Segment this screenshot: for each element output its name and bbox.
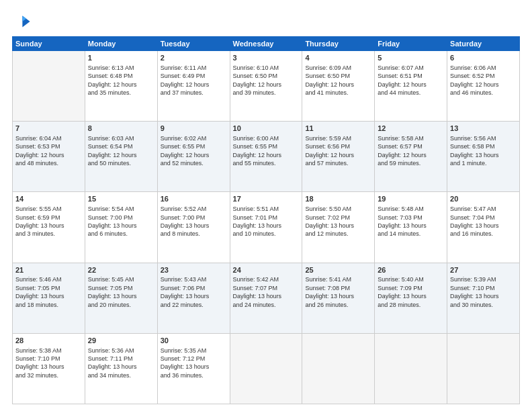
day-info: Sunrise: 6:02 AM Sunset: 6:55 PM Dayligh… — [161, 135, 210, 167]
day-cell: 1Sunrise: 6:13 AM Sunset: 6:48 PM Daylig… — [85, 51, 157, 122]
day-info: Sunrise: 5:51 AM Sunset: 7:01 PM Dayligh… — [233, 205, 282, 237]
day-cell: 20Sunrise: 5:47 AM Sunset: 7:04 PM Dayli… — [447, 192, 520, 263]
day-info: Sunrise: 6:03 AM Sunset: 6:54 PM Dayligh… — [88, 135, 137, 167]
day-number: 6 — [450, 53, 517, 63]
day-cell: 21Sunrise: 5:46 AM Sunset: 7:05 PM Dayli… — [13, 263, 85, 333]
day-cell: 13Sunrise: 5:56 AM Sunset: 6:58 PM Dayli… — [447, 122, 520, 192]
day-cell: 8Sunrise: 6:03 AM Sunset: 6:54 PM Daylig… — [85, 122, 157, 192]
day-info: Sunrise: 6:07 AM Sunset: 6:51 PM Dayligh… — [378, 64, 427, 96]
day-cell — [230, 333, 302, 404]
day-number: 24 — [233, 265, 300, 275]
day-info: Sunrise: 6:00 AM Sunset: 6:55 PM Dayligh… — [233, 135, 282, 167]
day-info: Sunrise: 5:59 AM Sunset: 6:56 PM Dayligh… — [305, 135, 354, 167]
day-info: Sunrise: 5:56 AM Sunset: 6:58 PM Dayligh… — [450, 135, 499, 167]
day-cell: 2Sunrise: 6:11 AM Sunset: 6:49 PM Daylig… — [157, 51, 230, 122]
day-cell — [447, 333, 520, 404]
day-number: 12 — [378, 124, 444, 134]
day-cell: 12Sunrise: 5:58 AM Sunset: 6:57 PM Dayli… — [375, 122, 447, 192]
day-info: Sunrise: 5:42 AM Sunset: 7:07 PM Dayligh… — [233, 276, 282, 308]
day-cell — [375, 333, 447, 404]
header-cell-friday: Friday — [375, 37, 447, 51]
day-cell: 17Sunrise: 5:51 AM Sunset: 7:01 PM Dayli… — [230, 192, 302, 263]
day-number: 1 — [88, 53, 154, 63]
day-number: 30 — [161, 336, 227, 346]
logo-icon — [12, 12, 31, 31]
day-cell: 7Sunrise: 6:04 AM Sunset: 6:53 PM Daylig… — [13, 122, 85, 192]
day-info: Sunrise: 5:52 AM Sunset: 7:00 PM Dayligh… — [161, 205, 210, 237]
day-number: 22 — [88, 265, 154, 275]
week-row-3: 14Sunrise: 5:55 AM Sunset: 6:59 PM Dayli… — [13, 192, 520, 263]
day-number: 10 — [233, 124, 300, 134]
day-number: 25 — [305, 265, 371, 275]
day-info: Sunrise: 6:13 AM Sunset: 6:48 PM Dayligh… — [88, 64, 137, 96]
day-info: Sunrise: 5:39 AM Sunset: 7:10 PM Dayligh… — [450, 276, 499, 308]
day-number: 9 — [161, 124, 227, 134]
day-info: Sunrise: 5:55 AM Sunset: 6:59 PM Dayligh… — [15, 205, 64, 237]
day-info: Sunrise: 5:36 AM Sunset: 7:11 PM Dayligh… — [88, 347, 137, 379]
day-cell: 25Sunrise: 5:41 AM Sunset: 7:08 PM Dayli… — [302, 263, 375, 333]
day-number: 7 — [15, 124, 82, 134]
header-cell-wednesday: Wednesday — [230, 37, 302, 51]
day-cell: 27Sunrise: 5:39 AM Sunset: 7:10 PM Dayli… — [447, 263, 520, 333]
day-cell: 5Sunrise: 6:07 AM Sunset: 6:51 PM Daylig… — [375, 51, 447, 122]
calendar-header: SundayMondayTuesdayWednesdayThursdayFrid… — [13, 37, 520, 51]
day-number: 15 — [88, 194, 154, 204]
day-number: 27 — [450, 265, 517, 275]
day-cell: 9Sunrise: 6:02 AM Sunset: 6:55 PM Daylig… — [157, 122, 230, 192]
day-cell: 24Sunrise: 5:42 AM Sunset: 7:07 PM Dayli… — [230, 263, 302, 333]
day-number: 20 — [450, 194, 517, 204]
day-cell: 19Sunrise: 5:48 AM Sunset: 7:03 PM Dayli… — [375, 192, 447, 263]
day-cell: 6Sunrise: 6:06 AM Sunset: 6:52 PM Daylig… — [447, 51, 520, 122]
day-info: Sunrise: 5:41 AM Sunset: 7:08 PM Dayligh… — [305, 276, 354, 308]
day-cell: 15Sunrise: 5:54 AM Sunset: 7:00 PM Dayli… — [85, 192, 157, 263]
day-number: 8 — [88, 124, 154, 134]
day-info: Sunrise: 5:43 AM Sunset: 7:06 PM Dayligh… — [161, 276, 210, 308]
header-cell-monday: Monday — [85, 37, 157, 51]
week-row-1: 1Sunrise: 6:13 AM Sunset: 6:48 PM Daylig… — [13, 51, 520, 122]
header-cell-sunday: Sunday — [13, 37, 85, 51]
day-info: Sunrise: 5:48 AM Sunset: 7:03 PM Dayligh… — [378, 205, 427, 237]
page: SundayMondayTuesdayWednesdayThursdayFrid… — [0, 0, 532, 411]
day-cell: 11Sunrise: 5:59 AM Sunset: 6:56 PM Dayli… — [302, 122, 375, 192]
day-cell: 26Sunrise: 5:40 AM Sunset: 7:09 PM Dayli… — [375, 263, 447, 333]
day-cell: 22Sunrise: 5:45 AM Sunset: 7:05 PM Dayli… — [85, 263, 157, 333]
day-info: Sunrise: 6:11 AM Sunset: 6:49 PM Dayligh… — [161, 64, 210, 96]
day-number: 16 — [161, 194, 227, 204]
day-info: Sunrise: 5:35 AM Sunset: 7:12 PM Dayligh… — [161, 347, 210, 379]
day-info: Sunrise: 5:58 AM Sunset: 6:57 PM Dayligh… — [378, 135, 427, 167]
header-row: SundayMondayTuesdayWednesdayThursdayFrid… — [13, 37, 520, 51]
day-cell: 14Sunrise: 5:55 AM Sunset: 6:59 PM Dayli… — [13, 192, 85, 263]
day-info: Sunrise: 5:45 AM Sunset: 7:05 PM Dayligh… — [88, 276, 137, 308]
day-number: 26 — [378, 265, 444, 275]
day-cell — [13, 51, 85, 122]
day-info: Sunrise: 6:09 AM Sunset: 6:50 PM Dayligh… — [305, 64, 354, 96]
day-number: 5 — [378, 53, 444, 63]
header-cell-thursday: Thursday — [302, 37, 375, 51]
day-number: 17 — [233, 194, 300, 204]
calendar-body: 1Sunrise: 6:13 AM Sunset: 6:48 PM Daylig… — [13, 51, 520, 404]
week-row-5: 28Sunrise: 5:38 AM Sunset: 7:10 PM Dayli… — [13, 333, 520, 404]
day-number: 19 — [378, 194, 444, 204]
day-number: 13 — [450, 124, 517, 134]
logo — [12, 12, 34, 31]
day-info: Sunrise: 5:46 AM Sunset: 7:05 PM Dayligh… — [15, 276, 64, 308]
day-number: 18 — [305, 194, 371, 204]
day-info: Sunrise: 5:38 AM Sunset: 7:10 PM Dayligh… — [15, 347, 64, 379]
day-cell: 23Sunrise: 5:43 AM Sunset: 7:06 PM Dayli… — [157, 263, 230, 333]
day-cell: 10Sunrise: 6:00 AM Sunset: 6:55 PM Dayli… — [230, 122, 302, 192]
day-number: 3 — [233, 53, 300, 63]
day-number: 23 — [161, 265, 227, 275]
day-info: Sunrise: 6:10 AM Sunset: 6:50 PM Dayligh… — [233, 64, 282, 96]
day-cell: 16Sunrise: 5:52 AM Sunset: 7:00 PM Dayli… — [157, 192, 230, 263]
day-number: 29 — [88, 336, 154, 346]
calendar-table: SundayMondayTuesdayWednesdayThursdayFrid… — [12, 36, 520, 404]
day-cell: 4Sunrise: 6:09 AM Sunset: 6:50 PM Daylig… — [302, 51, 375, 122]
day-cell: 30Sunrise: 5:35 AM Sunset: 7:12 PM Dayli… — [157, 333, 230, 404]
day-number: 4 — [305, 53, 371, 63]
day-cell: 29Sunrise: 5:36 AM Sunset: 7:11 PM Dayli… — [85, 333, 157, 404]
header-cell-tuesday: Tuesday — [157, 37, 230, 51]
day-info: Sunrise: 5:47 AM Sunset: 7:04 PM Dayligh… — [450, 205, 499, 237]
week-row-2: 7Sunrise: 6:04 AM Sunset: 6:53 PM Daylig… — [13, 122, 520, 192]
day-cell — [302, 333, 375, 404]
day-info: Sunrise: 6:06 AM Sunset: 6:52 PM Dayligh… — [450, 64, 499, 96]
